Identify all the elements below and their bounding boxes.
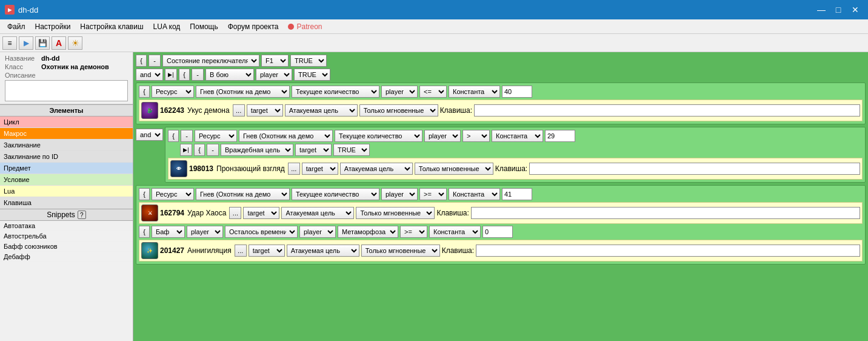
snippets-help-btn[interactable]: ? — [78, 211, 86, 219]
menu-settings[interactable]: Настройки — [30, 21, 76, 32]
b3-sub-operator-select[interactable]: >= — [400, 226, 427, 238]
b1-operator-select[interactable]: <= — [419, 86, 447, 98]
b1-const-input[interactable] — [502, 86, 532, 98]
b1-instant-select[interactable]: Только мгновенные — [359, 104, 438, 116]
toggle-state-select[interactable]: Состояние переключателя — [162, 55, 259, 67]
b3-spell2-more-btn[interactable]: ... — [235, 245, 247, 257]
b3-instant-select2[interactable]: Только мгновенные — [361, 245, 440, 257]
b3-sub-curly-btn[interactable]: { — [139, 226, 150, 238]
b1-curly-btn[interactable]: { — [139, 86, 150, 98]
element-spell[interactable]: Заклинание — [0, 140, 133, 151]
b2-sub-curly-btn[interactable]: { — [194, 144, 205, 156]
minimize-button[interactable]: — — [813, 3, 829, 16]
second-minus-btn[interactable]: - — [192, 69, 204, 81]
player-select-2[interactable]: player — [256, 69, 292, 81]
b2-operator-select[interactable]: > — [462, 130, 490, 142]
menu-keybinds[interactable]: Настройка клавиш — [75, 21, 148, 32]
toolbar-new-btn[interactable]: ▶ — [19, 36, 33, 50]
menu-help[interactable]: Помощь — [185, 21, 222, 32]
snippet-buff-allies[interactable]: Бафф союзников — [0, 241, 133, 252]
b1-rage-select[interactable]: Гнев (Охотник на демо — [196, 86, 290, 98]
b2-target-select-sub[interactable]: target — [295, 144, 332, 156]
menu-forum[interactable]: Форум проекта — [223, 21, 284, 32]
b2-const-input[interactable] — [545, 130, 575, 142]
snippet-autoattack[interactable]: Автоатака — [0, 221, 133, 231]
and-select[interactable]: and — [136, 69, 163, 81]
desc-box[interactable] — [5, 80, 128, 101]
b1-player-select[interactable]: player — [381, 86, 418, 98]
close-button[interactable]: ✕ — [847, 3, 863, 16]
b3-qty-select[interactable]: Текущее количество — [292, 188, 379, 200]
b1-spell-more-btn[interactable]: ... — [233, 104, 245, 116]
b2-spell-more-btn[interactable]: ... — [288, 163, 300, 175]
b2-target-select[interactable]: target — [302, 163, 338, 175]
b2-true-select[interactable]: TRUE — [333, 144, 370, 156]
b1-atk-target-select[interactable]: Атакуемая цель — [285, 104, 358, 116]
b3-buff-name-select[interactable]: Метаморфоза — [338, 226, 398, 238]
snippet-autoshot[interactable]: Автострельба — [0, 231, 133, 241]
b1-qty-select[interactable]: Текущее количество — [292, 86, 379, 98]
b3-rage-select[interactable]: Гнев (Охотник на демо — [196, 188, 290, 200]
in-battle-select[interactable]: В бою — [205, 69, 254, 81]
true-select[interactable]: TRUE — [290, 55, 327, 67]
b3-curly-btn[interactable]: { — [139, 188, 150, 200]
b2-rage-select[interactable]: Гнев (Охотник на демо — [239, 130, 333, 142]
toolbar-letter-btn[interactable]: A — [52, 36, 66, 50]
snippet-debuff[interactable]: Дебафф — [0, 252, 133, 262]
element-item[interactable]: Предмет — [0, 163, 133, 174]
element-key[interactable]: Клавиша — [0, 197, 133, 209]
top-minus-btn[interactable]: - — [149, 55, 161, 67]
plus-minus-btn[interactable]: ▶| — [165, 69, 177, 81]
true-select-2[interactable]: TRUE — [294, 69, 330, 81]
b2-key-input[interactable] — [529, 163, 860, 175]
f1-select[interactable]: F1 — [261, 55, 289, 67]
b3-instant-select1[interactable]: Только мгновенные — [356, 207, 435, 219]
b2-minus-btn[interactable]: - — [181, 130, 193, 142]
b3-const-select[interactable]: Константа — [449, 188, 500, 200]
element-condition[interactable]: Условие — [0, 174, 133, 186]
b3-target-select1[interactable]: target — [243, 207, 279, 219]
b2-qty-select[interactable]: Текущее количество — [335, 130, 422, 142]
toolbar-sun-btn[interactable]: ☀ — [68, 36, 82, 50]
b3-const-input[interactable] — [502, 188, 532, 200]
b3-buff-player-select[interactable]: player — [187, 226, 223, 238]
b3-key-input2[interactable] — [476, 245, 860, 257]
b3-operator-select[interactable]: >= — [419, 188, 447, 200]
top-curly-btn[interactable]: { — [136, 55, 147, 67]
b3-key-input1[interactable] — [471, 207, 860, 219]
element-cycle[interactable]: Цикл — [0, 116, 133, 128]
element-spell-id[interactable]: Заклинание по ID — [0, 151, 133, 163]
second-curly-btn[interactable]: { — [179, 69, 190, 81]
b1-resource-select[interactable]: Ресурс — [152, 86, 194, 98]
b2-hostile-select[interactable]: Враждебная цель — [221, 144, 293, 156]
b3-spell1-more-btn[interactable]: ... — [229, 207, 241, 219]
b3-player-select[interactable]: player — [381, 188, 418, 200]
b2-resource-select[interactable]: Ресурс — [195, 130, 237, 142]
b3-sub-const-select[interactable]: Константа — [429, 226, 481, 238]
b1-target-select[interactable]: target — [247, 104, 283, 116]
b1-const-select[interactable]: Константа — [449, 86, 500, 98]
b2-instant-select[interactable]: Только мгновенные — [415, 163, 493, 175]
b3-atk-target-select1[interactable]: Атакуемая цель — [281, 207, 354, 219]
element-lua[interactable]: Lua — [0, 186, 133, 197]
b2-sub-pm-btn[interactable]: ▶| — [180, 144, 192, 156]
b2-sub-minus-btn[interactable]: - — [207, 144, 219, 156]
b3-atk-target-select2[interactable]: Атакуемая цель — [287, 245, 359, 257]
toolbar-save-btn[interactable]: 💾 — [35, 36, 50, 50]
menu-lua[interactable]: LUA код — [149, 21, 185, 32]
toolbar-menu-btn[interactable]: ≡ — [2, 36, 17, 50]
b2-atk-target-select[interactable]: Атакуемая цель — [340, 163, 413, 175]
b3-buff-select[interactable]: Баф — [152, 226, 185, 238]
and-select-2[interactable]: and — [136, 129, 163, 141]
menu-file[interactable]: Файл — [2, 21, 30, 32]
b2-const-select[interactable]: Константа — [492, 130, 543, 142]
maximize-button[interactable]: □ — [830, 3, 846, 16]
b3-resource-select[interactable]: Ресурс — [152, 188, 194, 200]
menu-patreon[interactable]: Patreon — [283, 21, 327, 32]
b2-curly-btn[interactable]: { — [168, 130, 179, 142]
b2-player-select[interactable]: player — [424, 130, 461, 142]
b3-sub-const-input[interactable] — [482, 226, 513, 238]
b3-time-rem-select[interactable]: Осталось времени — [225, 226, 298, 238]
b1-key-input[interactable] — [474, 104, 860, 116]
b3-player2-select[interactable]: player — [299, 226, 336, 238]
